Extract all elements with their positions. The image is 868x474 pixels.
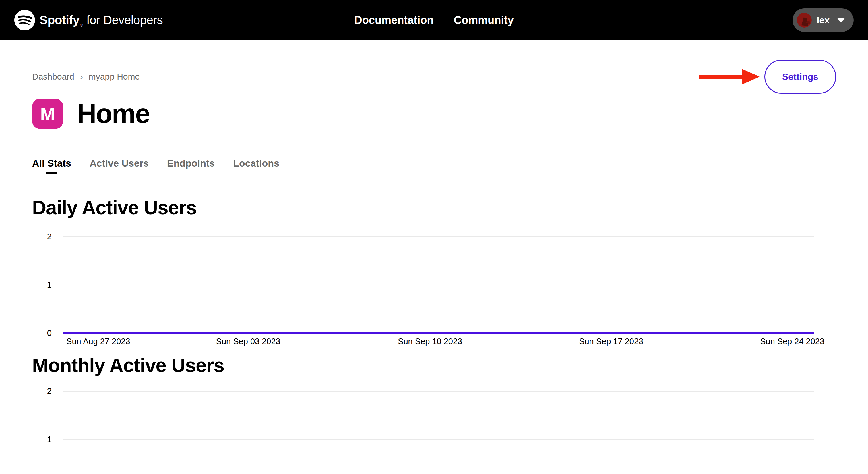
tab-locations[interactable]: Locations — [233, 157, 279, 174]
gridline-y-2 — [63, 236, 814, 237]
registered-mark: ® — [80, 23, 83, 28]
settings-button[interactable]: Settings — [764, 60, 836, 94]
active-tab-underline — [114, 172, 125, 174]
app-icon-letter: M — [40, 104, 55, 124]
y-tick-label-1: 1 — [32, 279, 52, 290]
x-tick-label-sun-sep-03-2023: Sun Sep 03 2023 — [216, 337, 280, 346]
tab-all-stats[interactable]: All Stats — [32, 157, 71, 174]
y-tick-label-1: 1 — [32, 434, 52, 445]
daily-active-users-section: Daily Active Users 210Sun Aug 27 2023Sun… — [0, 195, 868, 333]
y-tick-label-2: 2 — [32, 231, 52, 242]
tab-label: Endpoints — [167, 157, 215, 169]
y-tick-label-2: 2 — [32, 385, 52, 397]
app-icon: M — [32, 98, 63, 129]
tab-active-users[interactable]: Active Users — [90, 157, 149, 174]
monthly-chart-title: Monthly Active Users — [32, 353, 836, 377]
user-avatar — [797, 12, 812, 28]
monthly-active-users-section: Monthly Active Users 21 — [0, 353, 868, 474]
active-tab-underline — [251, 172, 262, 174]
brand-name: Spotify — [40, 13, 80, 27]
red-arrow-icon — [699, 69, 760, 85]
x-tick-label-sun-aug-27-2023: Sun Aug 27 2023 — [66, 337, 130, 346]
stats-tabs: All StatsActive UsersEndpointsLocations — [32, 157, 836, 174]
brand-suffix: for Developers — [86, 13, 163, 27]
chevron-down-icon — [837, 18, 845, 23]
breadcrumb: Dashboard›myapp Home — [32, 72, 140, 82]
monthly-chart-plot-area: 21 — [63, 391, 814, 474]
page-header-row: Dashboard›myapp Home Settings — [32, 60, 836, 94]
gridline-y-2 — [63, 391, 814, 391]
x-tick-label-sun-sep-17-2023: Sun Sep 17 2023 — [579, 337, 643, 346]
breadcrumb-separator: › — [80, 72, 83, 82]
breadcrumb-item-dashboard[interactable]: Dashboard — [32, 72, 74, 82]
daily-chart-title: Daily Active Users — [32, 195, 836, 219]
tab-label: All Stats — [32, 157, 71, 169]
breadcrumb-item-myapp-home[interactable]: myapp Home — [89, 72, 140, 82]
nav-link-documentation[interactable]: Documentation — [354, 14, 434, 26]
tab-endpoints[interactable]: Endpoints — [167, 157, 215, 174]
tab-label: Active Users — [90, 157, 149, 169]
active-tab-underline — [185, 172, 196, 174]
active-tab-underline — [46, 172, 57, 174]
top-navbar: Spotify ® for Developers DocumentationCo… — [0, 0, 868, 40]
series-line-daily-active-users — [63, 332, 814, 334]
page-title: Home — [77, 98, 150, 129]
user-menu[interactable]: lex — [793, 8, 854, 32]
monthly-active-users-chart: 21 — [32, 391, 814, 474]
nav-link-community[interactable]: Community — [454, 14, 514, 26]
user-name: lex — [817, 15, 830, 26]
daily-active-users-chart: 210Sun Aug 27 2023Sun Sep 03 2023Sun Sep… — [32, 236, 814, 333]
gridline-y-1 — [63, 439, 814, 440]
gridline-y-1 — [63, 285, 814, 285]
header-actions: Settings — [699, 60, 836, 94]
x-tick-label-sun-sep-10-2023: Sun Sep 10 2023 — [398, 337, 462, 346]
x-tick-label-sun-sep-24-2023: Sun Sep 24 2023 — [760, 337, 825, 346]
app-title-row: M Home — [32, 98, 836, 129]
daily-chart-plot-area: 210Sun Aug 27 2023Sun Sep 03 2023Sun Sep… — [63, 236, 814, 333]
y-tick-label-0: 0 — [32, 327, 52, 339]
brand-spotify-for-developers[interactable]: Spotify ® for Developers — [14, 10, 163, 30]
navbar-links: DocumentationCommunity — [354, 14, 514, 26]
spotify-icon — [14, 10, 35, 30]
tab-label: Locations — [233, 157, 279, 169]
